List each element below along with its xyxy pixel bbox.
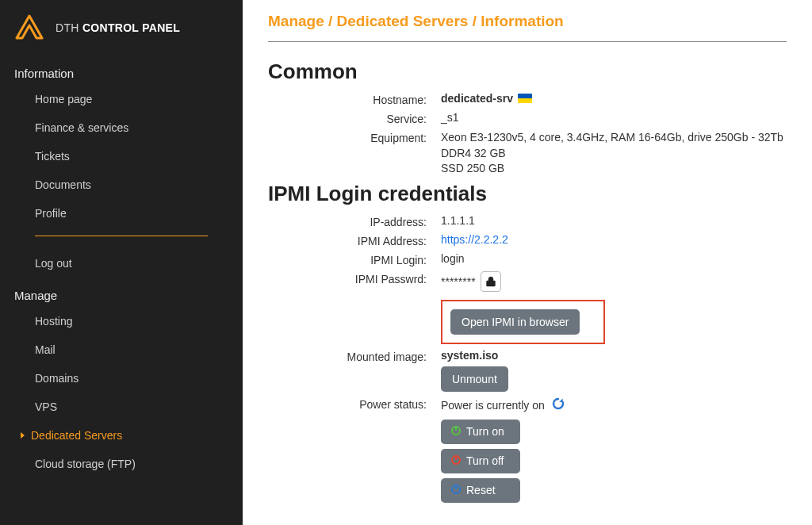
sidebar-item-label: Dedicated Servers [31,429,122,442]
sidebar-item-label: Profile [35,207,67,220]
power-status-label: Power status: [268,397,427,411]
sidebar-item-logout[interactable]: Log out [0,249,243,278]
section-title-information: Information [0,56,243,85]
mounted-image-text: system.iso [441,349,498,362]
button-label: Turn on [466,425,504,438]
ip-label: IP-address: [268,214,427,228]
logo-icon [14,14,44,41]
sidebar-item-label: Finance & services [35,121,128,134]
ipmi-address-label: IPMI Address: [268,233,427,247]
power-status-text: Power is currently on [441,399,545,412]
sidebar-item-label: Domains [35,372,79,385]
ipmi-password-label: IPMI Passwrd: [268,271,427,285]
ip-value: 1.1.1.1 [441,214,787,228]
power-off-button[interactable]: Turn off [441,449,520,473]
hostname-value: dedicated-srv [441,92,787,106]
button-label: Turn off [466,454,504,467]
sidebar-divider [35,236,208,236]
sidebar-item-documents[interactable]: Documents [0,171,243,199]
main-content: Manage / Dedicated Servers / Information… [243,0,812,525]
hostname-label: Hostname: [268,92,427,106]
section-title-manage: Manage [0,278,243,307]
sidebar-item-label: Home page [35,93,92,105]
brand-strong: CONTROL PANEL [82,21,180,34]
mounted-image-value: system.iso Unmount [441,349,787,392]
password-masked: ******** [441,275,476,288]
power-icon [450,484,462,497]
power-status-value: Power is currently on Turn on Turn off R… [441,397,787,503]
hostname-text: dedicated-srv [441,92,513,105]
section-title-common: Common [268,59,787,84]
ipmi-address-link[interactable]: https://2.2.2.2 [441,233,508,246]
sidebar-item-profile[interactable]: Profile [0,199,243,228]
ipmi-login-label: IPMI Login: [268,252,427,266]
reset-button[interactable]: Reset [441,478,520,503]
equipment-label: Equipment: [268,130,427,144]
sidebar-item-domains[interactable]: Domains [0,364,243,393]
lock-icon [486,276,496,287]
power-on-button[interactable]: Turn on [441,420,520,444]
caret-right-icon [21,432,25,439]
equipment-value: Xeon E3-1230v5, 4 core, 3.4GHz, RAM 16-6… [441,130,787,177]
sidebar-item-vps[interactable]: VPS [0,393,243,421]
logo-area[interactable]: DTH CONTROL PANEL [0,8,243,56]
service-label: Service: [268,111,427,125]
flag-ua-icon [518,94,532,103]
ipmi-address-value: https://2.2.2.2 [441,233,787,247]
ipmi-password-value: ******** [441,271,787,292]
sidebar: DTH CONTROL PANEL Information Home page … [0,0,243,525]
sidebar-item-label: VPS [35,400,57,413]
sidebar-item-label: Log out [35,257,72,270]
sidebar-item-label: Mail [35,343,56,356]
open-ipmi-button[interactable]: Open IPMI in browser [450,309,580,335]
power-icon [450,425,462,439]
brand-prefix: DTH [56,21,82,34]
reveal-password-button[interactable] [481,271,501,292]
button-label: Reset [466,484,496,496]
refresh-icon[interactable] [551,400,565,413]
sidebar-item-dedicated-servers[interactable]: Dedicated Servers [0,421,243,450]
sidebar-item-mail[interactable]: Mail [0,335,243,364]
sidebar-item-tickets[interactable]: Tickets [0,142,243,171]
sidebar-item-label: Tickets [35,150,70,163]
unmount-button[interactable]: Unmount [441,366,508,392]
service-value: _s1 [441,111,787,125]
section-title-ipmi: IPMI Login credentials [268,182,787,206]
power-icon [450,454,462,468]
sidebar-item-hosting[interactable]: Hosting [0,307,243,335]
mounted-image-label: Mounted image: [268,349,427,363]
sidebar-item-label: Hosting [35,315,72,328]
ipmi-login-value: login [441,252,787,266]
sidebar-item-label: Documents [35,178,91,191]
sidebar-item-label: Cloud storage (FTP) [35,458,136,470]
brand-text: DTH CONTROL PANEL [56,21,180,34]
sidebar-item-home[interactable]: Home page [0,85,243,113]
sidebar-item-finance[interactable]: Finance & services [0,113,243,142]
open-ipmi-highlight: Open IPMI in browser [441,300,605,344]
sidebar-item-cloud-storage[interactable]: Cloud storage (FTP) [0,450,243,478]
breadcrumb: Manage / Dedicated Servers / Information [268,13,787,42]
